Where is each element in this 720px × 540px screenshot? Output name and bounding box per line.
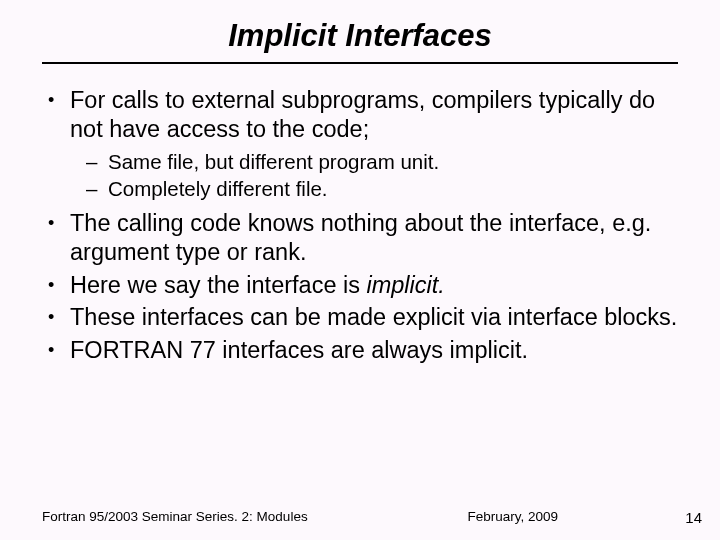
bullet-item: The calling code knows nothing about the…	[42, 209, 678, 266]
bullet-text: For calls to external subprograms, compi…	[70, 87, 655, 142]
sub-bullet-item: Completely different file.	[86, 176, 678, 201]
bullet-item: Here we say the interface is implicit.	[42, 271, 678, 300]
bullet-item: For calls to external subprograms, compi…	[42, 86, 678, 201]
footer-left: Fortran 95/2003 Seminar Series. 2: Modul…	[42, 509, 308, 524]
sub-bullet-list: Same file, but different program unit. C…	[70, 149, 678, 201]
title-rule	[42, 62, 678, 64]
bullet-text-part: Here we say the interface is	[70, 272, 367, 298]
bullet-item: FORTRAN 77 interfaces are always implici…	[42, 336, 678, 365]
footer: Fortran 95/2003 Seminar Series. 2: Modul…	[42, 509, 678, 524]
slide-content: For calls to external subprograms, compi…	[42, 86, 678, 365]
slide-title: Implicit Interfaces	[72, 18, 648, 62]
bullet-text-italic: implicit.	[367, 272, 445, 298]
footer-date: February, 2009	[467, 509, 558, 524]
slide: Implicit Interfaces For calls to externa…	[0, 0, 720, 540]
bullet-item: These interfaces can be made explicit vi…	[42, 303, 678, 332]
sub-bullet-item: Same file, but different program unit.	[86, 149, 678, 174]
page-number: 14	[685, 509, 702, 526]
bullet-list: For calls to external subprograms, compi…	[42, 86, 678, 365]
